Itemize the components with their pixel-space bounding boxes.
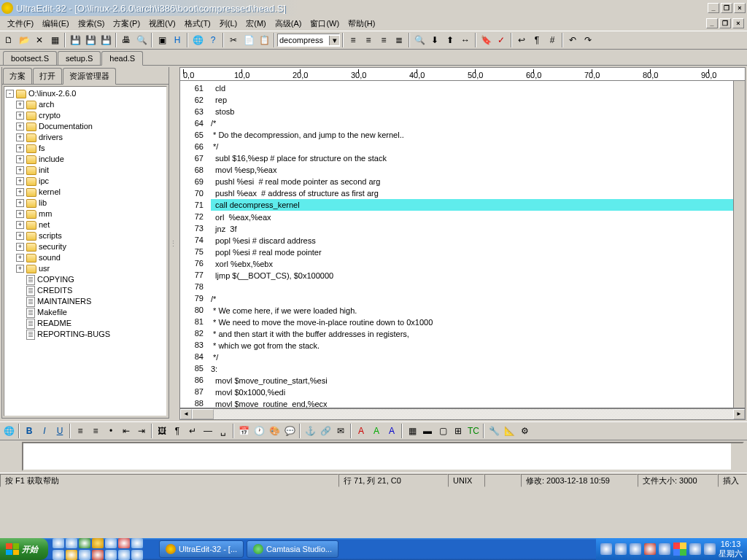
tree-folder[interactable]: +arch: [6, 99, 165, 110]
expand-icon[interactable]: +: [16, 112, 24, 120]
ql-icon[interactable]: [66, 550, 77, 560]
mailto-icon[interactable]: ✉: [333, 424, 348, 438]
restore-button[interactable]: ❐: [721, 3, 732, 13]
toggle-insert-icon[interactable]: ▣: [155, 33, 169, 47]
tray-icon[interactable]: [600, 543, 612, 555]
tool-a-icon[interactable]: 🔧: [487, 424, 501, 438]
find-prev-icon[interactable]: ⬆: [443, 33, 457, 47]
link-icon[interactable]: 🔗: [318, 424, 333, 438]
scroll-left-icon[interactable]: ◄: [180, 409, 192, 419]
tree-file[interactable]: REPORTING-BUGS: [6, 329, 165, 340]
help-icon[interactable]: ?: [206, 33, 220, 47]
sidebar-tab[interactable]: 资源管理器: [63, 68, 116, 85]
tree-folder[interactable]: +security: [6, 241, 165, 252]
expand-icon[interactable]: +: [16, 232, 24, 240]
html-toolbar-icon[interactable]: 🌐: [1, 424, 16, 438]
expand-icon[interactable]: +: [16, 133, 24, 141]
menu-item[interactable]: 窗口(W): [306, 17, 344, 31]
menu-item[interactable]: 视图(V): [144, 17, 180, 31]
h1-icon[interactable]: A: [354, 424, 368, 438]
taskbar-clock[interactable]: 16:13 星期六: [719, 540, 743, 559]
menu-item[interactable]: 搜索(S): [74, 17, 109, 31]
table-icon[interactable]: ▦: [405, 424, 419, 438]
italic-icon[interactable]: I: [37, 424, 52, 438]
list-item-icon[interactable]: •: [104, 424, 118, 438]
color-icon[interactable]: 🎨: [267, 424, 282, 438]
taskbar-task[interactable]: Camtasia Studio...: [247, 540, 338, 558]
print-icon[interactable]: 🖶: [119, 33, 133, 47]
time-icon[interactable]: 🕐: [252, 424, 266, 438]
ql-icon[interactable]: [131, 538, 143, 548]
outdent-icon[interactable]: ⇤: [119, 424, 133, 438]
expand-icon[interactable]: +: [16, 221, 24, 229]
align-left-icon[interactable]: ≡: [346, 33, 360, 47]
tree-folder[interactable]: +drivers: [6, 132, 165, 143]
cell-icon[interactable]: ▢: [436, 424, 450, 438]
scroll-thumb[interactable]: [192, 409, 214, 419]
show-spaces-icon[interactable]: ¶: [530, 33, 544, 47]
tree-folder[interactable]: +init: [6, 165, 165, 176]
tray-icon[interactable]: [689, 543, 701, 555]
expand-icon[interactable]: +: [16, 243, 24, 251]
tray-icon[interactable]: [673, 542, 686, 556]
underline-icon[interactable]: U: [53, 424, 67, 438]
expand-icon[interactable]: +: [16, 144, 24, 152]
ql-icon[interactable]: [79, 550, 90, 560]
new-file-icon[interactable]: 🗋: [1, 33, 16, 47]
tree-file[interactable]: COPYING: [6, 274, 165, 285]
tree-folder[interactable]: +include: [6, 154, 165, 165]
image-icon[interactable]: 🖼: [155, 424, 169, 438]
tree-folder[interactable]: +kernel: [6, 187, 165, 198]
tree-folder[interactable]: +Documentation: [6, 121, 165, 132]
tree-file[interactable]: Makefile: [6, 307, 165, 318]
row-icon[interactable]: ▬: [420, 424, 435, 438]
find-input[interactable]: [278, 36, 329, 44]
tray-icon[interactable]: [644, 543, 656, 555]
mdi-close-button[interactable]: ×: [732, 18, 744, 28]
menu-item[interactable]: 方案(P): [109, 17, 144, 31]
tree-folder[interactable]: +lib: [6, 198, 165, 209]
projects-icon[interactable]: ▦: [47, 33, 62, 47]
minimize-button[interactable]: _: [708, 3, 719, 13]
file-tab[interactable]: setup.S: [58, 51, 101, 65]
save-icon[interactable]: 💾: [68, 33, 82, 47]
undo-icon[interactable]: ↶: [565, 33, 580, 47]
save-as-icon[interactable]: 💾: [83, 33, 98, 47]
align-center-icon[interactable]: ≡: [361, 33, 376, 47]
print-preview-icon[interactable]: 🔍: [134, 33, 149, 47]
expand-icon[interactable]: +: [16, 254, 24, 262]
output-panel[interactable]: [22, 442, 744, 471]
menu-item[interactable]: 列(L): [215, 17, 241, 31]
mdi-restore-button[interactable]: ❐: [719, 18, 731, 28]
wordwrap-icon[interactable]: ↩: [514, 33, 529, 47]
find-next-icon[interactable]: ⬇: [427, 33, 442, 47]
close-file-icon[interactable]: ✕: [32, 33, 47, 47]
menu-item[interactable]: 宏(M): [241, 17, 271, 31]
spellcheck-icon[interactable]: ✓: [494, 33, 508, 47]
expand-icon[interactable]: +: [16, 122, 24, 131]
anchor-icon[interactable]: ⚓: [303, 424, 317, 438]
tool-c-icon[interactable]: ⚙: [517, 424, 532, 438]
ql-icon[interactable]: [118, 538, 130, 548]
ql-icon[interactable]: [105, 538, 117, 548]
mdi-minimize-button[interactable]: _: [706, 18, 718, 28]
code-editor[interactable]: 6162636465666768697071727374757677787980…: [179, 80, 746, 408]
ql-icon[interactable]: [92, 538, 104, 548]
paste-icon[interactable]: 📋: [257, 33, 271, 47]
menu-item[interactable]: 文件(F): [3, 17, 38, 31]
ordered-list-icon[interactable]: ≡: [73, 424, 88, 438]
replace-icon[interactable]: ↔: [458, 33, 473, 47]
ql-icon[interactable]: [53, 538, 64, 548]
scroll-right-icon[interactable]: ►: [733, 409, 745, 419]
copy-icon[interactable]: 📄: [241, 33, 256, 47]
open-file-icon[interactable]: 📂: [17, 33, 31, 47]
ql-icon[interactable]: [92, 550, 104, 560]
merge-icon[interactable]: ⊞: [451, 424, 465, 438]
ql-icon[interactable]: [79, 538, 90, 548]
splitter-handle[interactable]: [171, 66, 175, 421]
horizontal-scrollbar[interactable]: ◄ ►: [179, 408, 746, 420]
file-tab[interactable]: bootsect.S: [3, 51, 57, 65]
expand-icon[interactable]: +: [16, 177, 24, 185]
code-content[interactable]: cld rep stosb/* * Do the decompression, …: [208, 81, 733, 408]
expand-icon[interactable]: +: [16, 265, 24, 273]
